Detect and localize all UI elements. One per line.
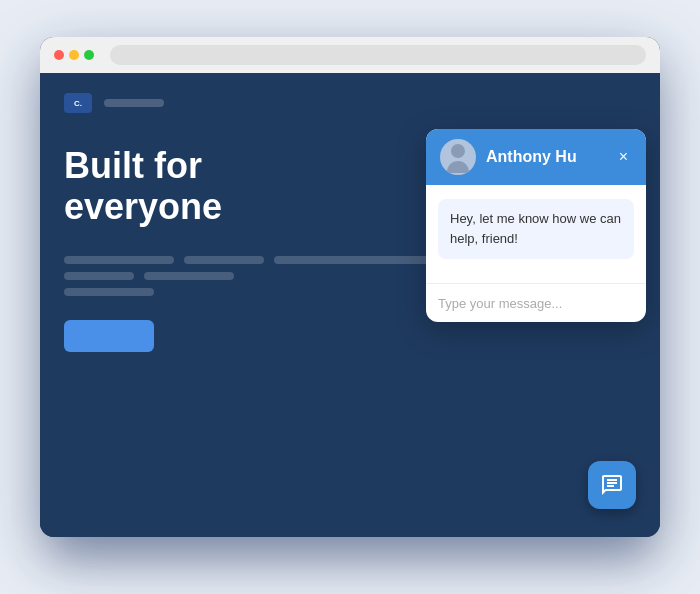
chat-agent-name: Anthony Hu	[486, 148, 605, 166]
skeleton-line	[144, 272, 234, 280]
avatar-image	[440, 139, 476, 175]
chat-body: Hey, let me know how we can help, friend…	[426, 185, 646, 283]
website-content: C. Built for everyone	[40, 73, 660, 537]
skeleton-line	[64, 288, 154, 296]
skeleton-line	[184, 256, 264, 264]
chat-bubble-button[interactable]	[588, 461, 636, 509]
address-bar[interactable]	[110, 45, 646, 65]
avatar-circle	[451, 144, 465, 158]
skeleton-line	[274, 256, 434, 264]
chat-message-bubble: Hey, let me know how we can help, friend…	[438, 199, 634, 259]
chat-icon	[600, 473, 624, 497]
skeleton-line	[64, 272, 134, 280]
hero-title: Built for everyone	[64, 145, 324, 228]
site-logo: C.	[64, 93, 92, 113]
close-traffic-light[interactable]	[54, 50, 64, 60]
browser-window: C. Built for everyone	[40, 37, 660, 537]
avatar	[440, 139, 476, 175]
chat-popup: Anthony Hu × Hey, let me know how we can…	[426, 129, 646, 322]
minimize-traffic-light[interactable]	[69, 50, 79, 60]
nav-placeholder	[104, 99, 164, 107]
chat-input-area[interactable]: Type your message...	[426, 283, 646, 322]
site-nav: C.	[64, 93, 636, 113]
browser-chrome	[40, 37, 660, 73]
scene: C. Built for everyone	[40, 37, 660, 557]
cta-button[interactable]	[64, 320, 154, 352]
chat-input-placeholder: Type your message...	[438, 296, 562, 311]
traffic-lights	[54, 50, 94, 60]
fullscreen-traffic-light[interactable]	[84, 50, 94, 60]
skeleton-line	[64, 256, 174, 264]
site-logo-text: C.	[74, 99, 82, 108]
chat-close-button[interactable]: ×	[615, 147, 632, 167]
chat-header: Anthony Hu ×	[426, 129, 646, 185]
chat-message-text: Hey, let me know how we can help, friend…	[450, 211, 621, 246]
avatar-body	[447, 161, 469, 173]
